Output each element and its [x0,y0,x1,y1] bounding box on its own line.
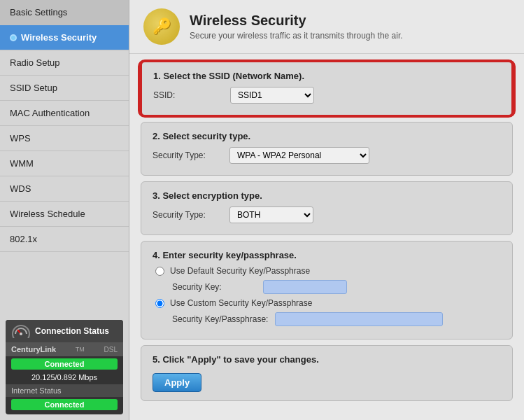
radio-custom-key-label: Use Custom Security Key/Passphrase [170,298,312,308]
sidebar-item-wireless-security[interactable]: Wireless Security [0,25,129,50]
sidebar-item-wireless-schedule[interactable]: Wireless Schedule [0,202,129,227]
isp-name: CenturyLink [11,345,56,354]
wireless-security-icon [143,8,180,45]
apply-button[interactable]: Apply [153,373,201,392]
encryption-type-select[interactable]: BOTH AES TKIP [229,206,313,223]
page-header-text: Wireless Security Secure your wireless t… [190,13,403,41]
security-key-display [263,280,347,294]
internet-status-badge: Connected [11,399,118,410]
encryption-type-form-row: Security Type: BOTH AES TKIP [153,206,501,223]
ssid-section: 1. Select the SSID (Network Name). SSID:… [141,61,513,116]
sidebar-item-ssid-setup[interactable]: SSID Setup [0,76,129,101]
encryption-type-label: Security Type: [153,210,222,220]
apply-section-title: 5. Click "Apply" to save your changes. [153,354,501,365]
conn-title: Connection Status [35,326,109,336]
page-header: Wireless Security Secure your wireless t… [129,0,524,54]
security-type-label: Security Type: [153,150,222,160]
sidebar-item-802-1x[interactable]: 802.1x [0,227,129,252]
active-indicator [10,34,17,41]
passphrase-input[interactable] [275,312,443,326]
radio-default-key-label: Use Default Security Key/Passphrase [170,266,310,276]
sidebar-item-radio-setup[interactable]: Radio Setup [0,50,129,76]
page-subtitle: Secure your wireless traffic as it trans… [190,31,403,41]
ssid-form-row: SSID: SSID1 SSID2 [153,87,500,104]
isp-bar: CenturyLink TM DSL [6,342,123,356]
isp-type: DSL [104,346,118,354]
security-type-select[interactable]: WPA - WPA2 Personal WPA Personal WPA2 Pe… [229,147,369,164]
svg-point-2 [20,332,22,335]
speedometer-icon [11,324,31,338]
sidebar-item-wps[interactable]: WPS [0,126,129,151]
apply-section: 5. Click "Apply" to save your changes. A… [141,345,513,401]
encryption-type-section: 3. Select encryption type. Security Type… [141,181,513,235]
security-type-form-row: Security Type: WPA - WPA2 Personal WPA P… [153,147,501,164]
security-type-section: 2. Select security type. Security Type: … [141,122,513,176]
sidebar-item-basic-settings[interactable]: Basic Settings [0,0,129,25]
radio-default-key-row: Use Default Security Key/Passphrase [153,266,501,276]
conn-header: Connection Status [6,320,123,342]
ssid-section-title: 1. Select the SSID (Network Name). [153,71,500,81]
radio-default-key[interactable] [155,267,164,276]
custom-key-sub-row: Security Key/Passphrase: [153,312,501,326]
ssid-label: SSID: [153,90,223,100]
passphrase-label: Security Key/Passphrase: [172,314,268,324]
main-content: Wireless Security Secure your wireless t… [129,0,524,420]
page-title: Wireless Security [190,13,403,29]
radio-custom-key[interactable] [155,299,164,308]
default-key-sub-row: Security Key: [153,280,501,294]
ssid-select[interactable]: SSID1 SSID2 [230,87,314,104]
content-area: 1. Select the SSID (Network Name). SSID:… [129,54,524,420]
sidebar-item-mac-authentication[interactable]: MAC Authentication [0,101,129,126]
internet-label: Internet Status [6,384,123,397]
security-key-label: Security Key: [172,282,256,292]
encryption-type-title: 3. Select encryption type. [153,190,501,201]
security-key-title: 4. Enter security key/passphrase. [153,250,501,260]
security-type-title: 2. Select security type. [153,131,501,141]
wan-status-badge: Connected [11,358,118,370]
speed-text: 20.125/0.892 Mbps [6,372,123,384]
isp-tm: TM [76,346,85,353]
security-key-section: 4. Enter security key/passphrase. Use De… [141,241,513,340]
sidebar-item-wds[interactable]: WDS [0,176,129,202]
radio-custom-key-row: Use Custom Security Key/Passphrase [153,298,501,308]
sidebar: Basic Settings Wireless Security Radio S… [0,0,129,420]
sidebar-item-wmm[interactable]: WMM [0,151,129,176]
connection-status-box: Connection Status CenturyLink TM DSL Con… [6,320,123,414]
